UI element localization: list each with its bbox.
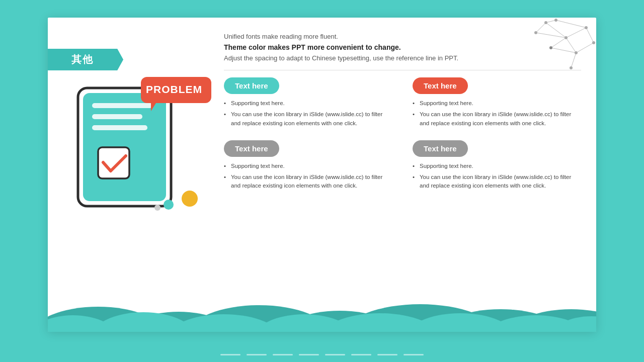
svg-point-31	[164, 200, 174, 210]
svg-rect-24	[92, 114, 142, 119]
bullet-item: Supporting text here.	[224, 162, 392, 170]
label-tag: 其他	[48, 49, 123, 70]
svg-point-16	[592, 41, 595, 44]
box-teal-bullets: Supporting text here. You can use the ic…	[224, 99, 392, 128]
box-gray-1: Text here Supporting text here. You can …	[224, 140, 392, 193]
bottom-strip	[0, 347, 644, 362]
svg-line-8	[536, 23, 546, 33]
box-orange-bullets: Supporting text here. You can use the ic…	[413, 99, 581, 128]
svg-point-18	[554, 19, 557, 22]
bullet-item: You can use the icon library in iSlide (…	[224, 110, 392, 128]
intro-line1: Unified fonts make reading more fluent.	[224, 33, 581, 40]
svg-rect-23	[92, 103, 152, 108]
svg-line-6	[546, 20, 556, 23]
bullet-item: You can use the icon library in iSlide (…	[413, 173, 581, 191]
content-area: Unified fonts make reading more fluent. …	[224, 33, 581, 322]
problem-illustration: PROBLEM	[63, 73, 219, 229]
svg-point-14	[585, 26, 588, 29]
bullet-item: Supporting text here.	[413, 162, 581, 170]
svg-rect-25	[92, 125, 147, 130]
slide: 其他 PROBLEM	[48, 18, 596, 332]
box-gray-2: Text here Supporting text here. You can …	[413, 140, 581, 193]
box-orange-label: Text here	[413, 77, 468, 94]
svg-line-7	[556, 20, 586, 28]
box-teal-label: Text here	[224, 77, 279, 94]
box-gray2-label: Text here	[413, 140, 468, 157]
box-gray2-bullets: Supporting text here. You can use the ic…	[413, 162, 581, 191]
svg-point-32	[154, 205, 160, 211]
divider	[224, 70, 581, 70]
intro-section: Unified fonts make reading more fluent. …	[224, 33, 581, 62]
hills-decoration	[48, 294, 596, 332]
bullet-item: You can use the icon library in iSlide (…	[413, 110, 581, 128]
illustration: PROBLEM	[63, 73, 219, 234]
box-orange: Text here Supporting text here. You can …	[413, 77, 581, 130]
intro-bold-line: Theme color makes PPT more convenient to…	[224, 43, 581, 51]
svg-text:PROBLEM: PROBLEM	[146, 83, 202, 95]
bullet-item: Supporting text here.	[413, 99, 581, 108]
svg-line-3	[586, 28, 594, 43]
bullet-item: You can use the icon library in iSlide (…	[224, 173, 392, 191]
boxes-grid: Text here Supporting text here. You can …	[224, 77, 581, 193]
bullet-item: Supporting text here.	[224, 99, 392, 108]
intro-line3: Adjust the spacing to adapt to Chinese t…	[224, 54, 581, 62]
box-teal: Text here Supporting text here. You can …	[224, 77, 392, 130]
svg-point-12	[544, 21, 547, 24]
label-tag-text: 其他	[71, 53, 94, 66]
box-gray1-label: Text here	[224, 140, 279, 157]
box-gray1-bullets: Supporting text here. You can use the ic…	[224, 162, 392, 191]
svg-point-30	[182, 191, 198, 207]
